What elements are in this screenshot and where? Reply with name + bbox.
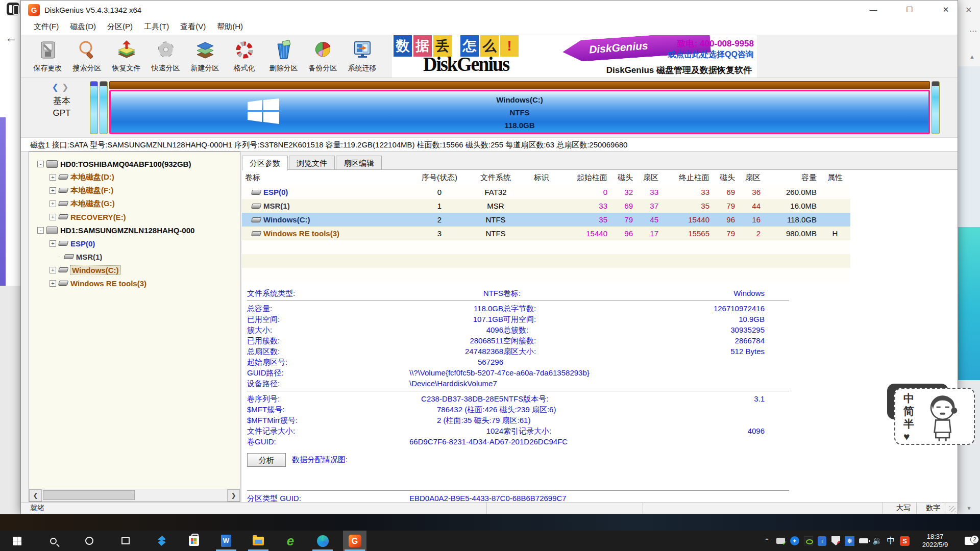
taskbar-app-edge[interactable] xyxy=(311,531,334,551)
taskbar-app-flash[interactable] xyxy=(150,531,174,551)
partition-block-msr[interactable] xyxy=(100,81,108,134)
title-bar[interactable]: G DiskGenius V5.4.3.1342 x64 — ☐ ✕ xyxy=(21,1,958,19)
scroll-left-icon[interactable]: ❮ xyxy=(29,489,42,502)
partition-block-windows-c[interactable]: Windows(C:) NTFS 118.0GB xyxy=(109,90,930,134)
column-header-3[interactable]: 标识 xyxy=(524,173,559,183)
scroll-right-icon[interactable]: ❯ xyxy=(227,489,240,502)
tray-battery-icon[interactable] xyxy=(856,531,870,551)
next-disk-arrow[interactable]: ❯ xyxy=(62,83,71,91)
tree-expander-icon[interactable]: - xyxy=(37,161,44,167)
toolbar-button-2[interactable]: 恢复文件 xyxy=(107,35,146,77)
tree-horizontal-scrollbar[interactable]: ❮ ❯ xyxy=(29,489,240,502)
menu-item-0[interactable]: 文件(F) xyxy=(28,22,64,32)
tree-expander-icon[interactable]: + xyxy=(50,201,56,207)
menu-item-4[interactable]: 查看(V) xyxy=(175,22,211,32)
column-header-2[interactable]: 文件系统 xyxy=(468,173,524,183)
tree-item-0[interactable]: -HD0:TOSHIBAMQ04ABF100(932GB) xyxy=(29,157,240,170)
column-header-4[interactable]: 起始柱面 xyxy=(559,173,610,183)
menu-item-3[interactable]: 工具(T) xyxy=(138,22,175,32)
partition-block-re-tools[interactable] xyxy=(932,81,940,134)
toolbar-button-5[interactable]: 格式化 xyxy=(225,35,264,77)
tab-2[interactable]: 扇区编辑 xyxy=(336,156,382,169)
column-header-8[interactable]: 磁头 xyxy=(713,173,738,183)
tray-intel-icon[interactable]: i xyxy=(815,531,829,551)
tree-expander-icon[interactable]: + xyxy=(50,267,56,273)
tree-item-1[interactable]: +本地磁盘(D:) xyxy=(29,170,240,184)
scrollbar-thumb[interactable] xyxy=(43,490,135,500)
menu-item-1[interactable]: 磁盘(D) xyxy=(64,22,102,32)
close-button[interactable]: ✕ xyxy=(934,1,958,19)
tree-item-6[interactable]: +ESP(0) xyxy=(29,237,240,250)
toolbar-button-3[interactable]: 快速分区 xyxy=(146,35,185,77)
tree-expander-icon[interactable]: - xyxy=(37,227,44,234)
column-header-7[interactable]: 终止柱面 xyxy=(662,173,713,183)
tray-snowflake-icon[interactable]: ❄ xyxy=(843,531,856,551)
toolbar-button-6[interactable]: 删除分区 xyxy=(264,35,303,77)
background-close-icon[interactable]: ✕ xyxy=(965,5,972,15)
tree-item-8[interactable]: +Windows(C:) xyxy=(29,263,240,277)
column-header-1[interactable]: 序号(状态) xyxy=(411,173,468,183)
browser-tab-icon[interactable] xyxy=(7,3,19,15)
tray-ime-zh-icon[interactable]: 中 xyxy=(884,531,898,551)
tree-item-9[interactable]: +Windows RE tools(3) xyxy=(29,277,240,290)
column-header-6[interactable]: 扇区 xyxy=(636,173,662,183)
toolbar-button-7[interactable]: 备份分区 xyxy=(303,35,342,77)
scroll-down-icon[interactable]: ▼ xyxy=(966,505,972,511)
tray-sogou-icon[interactable]: S xyxy=(898,531,912,551)
ad-banner[interactable]: 数据丢怎么! DiskGenius DiskGenius 致电: 400-008… xyxy=(391,35,757,78)
column-header-11[interactable]: 属性 xyxy=(820,173,850,183)
taskview-button[interactable] xyxy=(114,531,137,551)
menu-item-5[interactable]: 帮助(H) xyxy=(211,22,249,32)
tab-1[interactable]: 浏览文件 xyxy=(289,156,335,169)
menu-item-2[interactable]: 分区(P) xyxy=(102,22,138,32)
tray-volume-icon[interactable]: 🔉 xyxy=(870,531,884,551)
column-header-10[interactable]: 容量 xyxy=(764,173,820,183)
sogou-ime-panel[interactable]: 中 简 半 ♥ xyxy=(894,388,975,445)
tab-0[interactable]: 分区参数 xyxy=(242,156,288,170)
toolbar-button-1[interactable]: 搜索分区 xyxy=(67,35,107,77)
taskbar-app-explorer[interactable] xyxy=(247,531,270,551)
tree-item-2[interactable]: +本地磁盘(F:) xyxy=(29,184,240,197)
maximize-button[interactable]: ☐ xyxy=(898,1,921,19)
table-row[interactable]: ESP(0)0FAT3203233336936260.0MB xyxy=(242,185,850,199)
scroll-up-icon[interactable]: ▲ xyxy=(969,54,975,60)
tray-chevron-up-icon[interactable]: ⌃ xyxy=(760,531,774,551)
background-menu-icon[interactable]: ⋯ xyxy=(969,27,977,36)
start-button[interactable] xyxy=(5,531,29,551)
partition-block-esp[interactable] xyxy=(90,81,98,134)
minimize-button[interactable]: — xyxy=(862,1,885,19)
tree-expander-icon[interactable]: + xyxy=(50,240,56,247)
tree-item-3[interactable]: +本地磁盘(G:) xyxy=(29,197,240,210)
toolbar-button-8[interactable]: 系统迁移 xyxy=(342,35,382,77)
tray-defender-icon[interactable]: ✕ xyxy=(829,531,843,551)
tree-expander-icon[interactable]: + xyxy=(50,214,56,220)
taskbar-app-diskgenius[interactable]: G xyxy=(343,531,366,551)
tray-feather-icon[interactable]: ✦ xyxy=(788,531,801,551)
tree-item-4[interactable]: +RECOVERY(E:) xyxy=(29,210,240,223)
tray-printer-icon[interactable] xyxy=(774,531,788,551)
column-header-0[interactable]: 卷标 xyxy=(242,173,411,183)
toolbar-button-0[interactable]: 保存更改 xyxy=(28,35,67,77)
ime-status-chars[interactable]: 中 简 半 ♥ xyxy=(895,389,922,444)
tree-expander-icon[interactable]: + xyxy=(50,174,56,181)
table-row[interactable]: Windows RE tools(3)3NTFS1544096171556579… xyxy=(242,227,850,240)
table-row[interactable]: Windows(C:)2NTFS357945154409616118.0GB xyxy=(242,213,850,227)
notification-center-button[interactable]: 2 xyxy=(959,537,980,545)
tray-nvidia-icon[interactable] xyxy=(801,531,815,551)
background-scroll-track[interactable] xyxy=(958,66,980,227)
tree-item-7[interactable]: ··MSR(1) xyxy=(29,250,240,263)
column-header-5[interactable]: 磁头 xyxy=(610,173,636,183)
resize-grip[interactable] xyxy=(949,506,955,512)
toolbar-button-4[interactable]: 新建分区 xyxy=(185,35,225,77)
prev-disk-arrow[interactable]: ❮ xyxy=(52,83,62,91)
tree-expander-icon[interactable]: + xyxy=(50,187,56,194)
cortana-button[interactable] xyxy=(78,531,101,551)
search-button[interactable] xyxy=(41,531,65,551)
tree-expander-icon[interactable]: + xyxy=(50,280,56,287)
taskbar-app-store[interactable] xyxy=(182,531,206,551)
back-arrow-icon[interactable]: ← xyxy=(5,31,17,45)
column-header-9[interactable]: 扇区 xyxy=(738,173,764,183)
banner-qq-link[interactable]: 或点击此处选择QQ咨询 xyxy=(668,49,754,60)
tree-item-5[interactable]: -HD1:SAMSUNGMZNLN128HAHQ-000 xyxy=(29,223,240,237)
analyze-button[interactable]: 分析 xyxy=(247,453,286,467)
